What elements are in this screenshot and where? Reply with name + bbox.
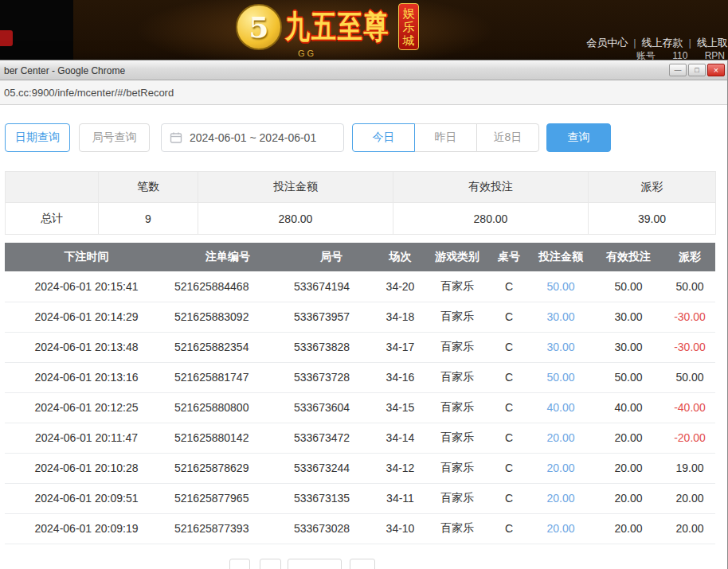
session: 34-16 xyxy=(375,362,425,392)
table-row: 2024-06-01 20:09:19 521625877393 5336730… xyxy=(5,513,715,544)
search-button[interactable]: 查询 xyxy=(546,123,611,152)
round-no: 533673828 xyxy=(288,332,375,362)
game-type: 百家乐 xyxy=(425,453,489,483)
table-no: C xyxy=(489,423,529,453)
summary-count: 9 xyxy=(99,203,198,235)
nav-online-withdraw[interactable]: 线上取 xyxy=(697,37,728,49)
col-valid-bet: 有效投注 xyxy=(593,243,664,271)
payout: 19.00 xyxy=(664,453,715,483)
round-query-button[interactable]: 局号查询 xyxy=(79,123,150,152)
nav-member-center[interactable]: 会员中心 xyxy=(586,37,628,49)
summary-total-label: 总计 xyxy=(6,203,99,235)
table-no: C xyxy=(489,332,529,362)
bet-record-table: 下注时间 注单编号 局号 场次 游戏类别 桌号 投注金额 有效投注 派彩 202… xyxy=(5,243,715,544)
bet-time: 2024-06-01 20:11:47 xyxy=(5,423,168,453)
game-type: 百家乐 xyxy=(425,423,489,453)
bet-amount-link[interactable]: 50.00 xyxy=(529,362,593,392)
bet-id: 521625880800 xyxy=(168,392,288,423)
filter-bar: 日期查询 局号查询 2024-06-01 ~ 2024-06-01 今日 昨日 … xyxy=(5,123,727,152)
nav-separator: | xyxy=(633,37,636,49)
coin-logo-icon: 5 xyxy=(236,4,282,50)
screen: 5 九五至尊 娱乐城 GG 会员中心|线上存款|线上取 账号 110 RPN b… xyxy=(0,0,728,569)
table-row: 2024-06-01 20:13:48 521625882354 5336738… xyxy=(5,332,715,362)
date-range-picker[interactable]: 2024-06-01 ~ 2024-06-01 xyxy=(161,123,344,152)
payout: -30.00 xyxy=(664,332,715,362)
bet-time: 2024-06-01 20:09:19 xyxy=(5,513,168,544)
col-session: 场次 xyxy=(375,243,425,271)
summary-header-count: 笔数 xyxy=(99,172,198,203)
bet-amount-link[interactable]: 20.00 xyxy=(529,453,593,483)
side-widget[interactable] xyxy=(0,30,13,46)
pagination-page-button[interactable] xyxy=(260,559,281,569)
summary-bet-amount: 280.00 xyxy=(198,203,393,235)
maximize-button[interactable]: □ xyxy=(688,64,706,76)
table-no: C xyxy=(489,362,529,392)
col-bet-time: 下注时间 xyxy=(5,243,168,271)
col-game-type: 游戏类别 xyxy=(425,243,489,271)
payout: 20.00 xyxy=(664,513,715,544)
close-button[interactable]: × xyxy=(707,64,725,76)
nav-online-deposit[interactable]: 线上存款 xyxy=(642,37,683,49)
bet-amount-link[interactable]: 50.00 xyxy=(529,271,593,302)
logo-subtext: GG xyxy=(298,49,316,58)
chrome-popup-window: ber Center - Google Chrome — □ × 05.cc:9… xyxy=(0,60,728,569)
pagination xyxy=(229,559,727,569)
round-no: 533673728 xyxy=(288,362,375,392)
round-no: 533673957 xyxy=(288,302,375,332)
valid-bet: 30.00 xyxy=(593,302,664,332)
pagination-next-button[interactable] xyxy=(350,559,375,569)
payout: 50.00 xyxy=(664,362,715,392)
table-no: C xyxy=(489,513,529,544)
summary-header-valid-bet: 有效投注 xyxy=(393,172,589,203)
round-no: 533673244 xyxy=(288,453,375,483)
today-button[interactable]: 今日 xyxy=(352,123,415,152)
bet-time: 2024-06-01 20:15:41 xyxy=(5,271,168,302)
bet-time: 2024-06-01 20:13:48 xyxy=(5,332,168,362)
bet-amount-link[interactable]: 40.00 xyxy=(529,392,593,423)
game-type: 百家乐 xyxy=(425,302,489,332)
logo-badge: 娱乐城 xyxy=(398,3,419,50)
round-no: 533674194 xyxy=(288,271,375,302)
bet-id: 521625878629 xyxy=(168,453,288,483)
pagination-prev-button[interactable] xyxy=(229,559,250,569)
window-controls: — □ × xyxy=(669,64,725,76)
bet-id: 521625882354 xyxy=(168,332,288,362)
logo-title: 九五至尊 xyxy=(285,5,389,49)
last-8-days-button[interactable]: 近8日 xyxy=(476,123,539,152)
bet-id: 521625883092 xyxy=(168,302,288,332)
table-row: 2024-06-01 20:09:51 521625877965 5336731… xyxy=(5,483,715,513)
payout: -40.00 xyxy=(664,392,715,423)
valid-bet: 40.00 xyxy=(593,392,664,423)
bet-id: 521625884468 xyxy=(168,271,288,302)
bet-amount-link[interactable]: 20.00 xyxy=(529,483,593,513)
window-titlebar[interactable]: ber Center - Google Chrome — □ × xyxy=(0,60,727,80)
table-row: 2024-06-01 20:12:25 521625880800 5336736… xyxy=(5,392,715,423)
date-query-button[interactable]: 日期查询 xyxy=(5,123,70,152)
bet-amount-link[interactable]: 30.00 xyxy=(529,332,593,362)
session: 34-14 xyxy=(375,423,425,453)
bet-table-header-row: 下注时间 注单编号 局号 场次 游戏类别 桌号 投注金额 有效投注 派彩 xyxy=(5,243,715,271)
bet-amount-link[interactable]: 20.00 xyxy=(529,513,593,544)
bet-amount-link[interactable]: 20.00 xyxy=(529,423,593,453)
summary-header-bet-amount: 投注金额 xyxy=(198,172,393,203)
game-type: 百家乐 xyxy=(425,513,489,544)
pagination-size-select[interactable] xyxy=(288,559,342,569)
valid-bet: 30.00 xyxy=(593,332,664,362)
game-type: 百家乐 xyxy=(425,392,489,423)
round-no: 533673135 xyxy=(288,483,375,513)
date-range-value: 2024-06-01 ~ 2024-06-01 xyxy=(190,131,316,144)
table-no: C xyxy=(489,453,529,483)
payout: -30.00 xyxy=(664,302,715,332)
game-type: 百家乐 xyxy=(425,271,489,302)
table-row: 2024-06-01 20:15:41 521625884468 5336741… xyxy=(5,271,715,302)
valid-bet: 20.00 xyxy=(593,423,664,453)
quick-range-group: 今日 昨日 近8日 xyxy=(352,123,539,152)
summary-header-empty xyxy=(6,172,99,203)
address-bar[interactable]: 05.cc:9900/infe/mcenter/#/betRecord xyxy=(0,80,727,105)
yesterday-button[interactable]: 昨日 xyxy=(414,123,477,152)
bet-id: 521625880142 xyxy=(168,423,288,453)
minimize-button[interactable]: — xyxy=(669,64,687,76)
bet-amount-link[interactable]: 30.00 xyxy=(529,302,593,332)
valid-bet: 20.00 xyxy=(593,453,664,483)
bet-id: 521625877965 xyxy=(168,483,288,513)
